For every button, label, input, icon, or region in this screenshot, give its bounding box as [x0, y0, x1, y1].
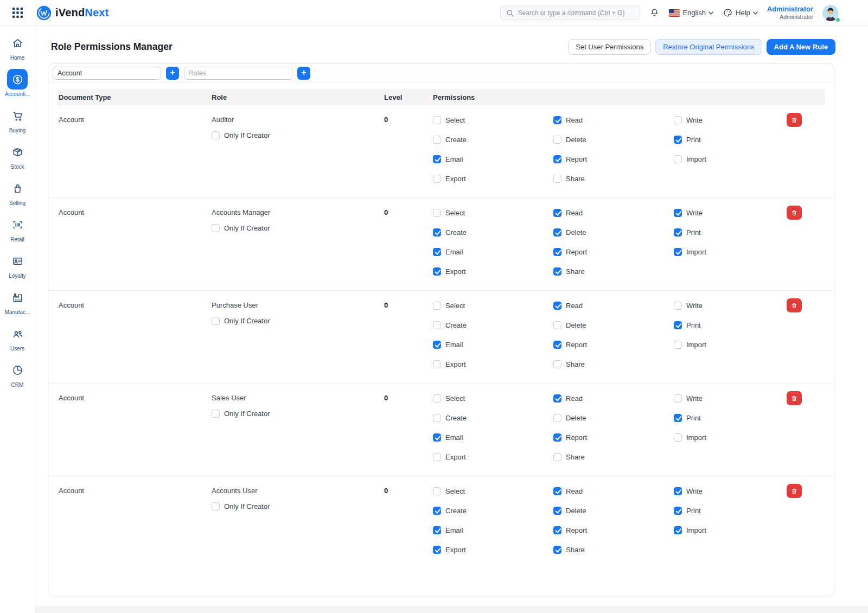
checkbox-unchecked[interactable] [433, 394, 441, 403]
sidebar-item-buying[interactable]: Buying [1, 105, 34, 133]
checkbox-checked[interactable] [553, 546, 561, 554]
checkbox-unchecked[interactable] [553, 136, 561, 144]
permission-read-checkbox[interactable]: Read [553, 208, 674, 218]
restore-original-permissions-button[interactable]: Restore Original Permissions [655, 39, 762, 55]
only-if-creator-checkbox[interactable]: Only If Creator [212, 131, 382, 140]
help-menu[interactable]: Help [723, 8, 758, 18]
delete-rule-button[interactable] [787, 391, 802, 405]
checkbox-checked[interactable] [674, 507, 682, 515]
permission-email-checkbox[interactable]: Email [433, 340, 553, 349]
checkbox-checked[interactable] [553, 526, 561, 534]
permission-email-checkbox[interactable]: Email [433, 247, 553, 257]
only-if-creator-checkbox[interactable]: Only If Creator [212, 316, 382, 325]
checkbox-checked[interactable] [674, 487, 682, 495]
delete-rule-button[interactable] [787, 484, 802, 498]
checkbox-checked[interactable] [433, 526, 441, 534]
checkbox-unchecked[interactable] [212, 131, 220, 139]
only-if-creator-checkbox[interactable]: Only If Creator [212, 224, 382, 233]
sidebar-item-stock[interactable]: Stock [1, 142, 34, 170]
checkbox-unchecked[interactable] [433, 487, 441, 495]
permission-create-checkbox[interactable]: Create [433, 135, 553, 144]
checkbox-unchecked[interactable] [433, 360, 441, 368]
permission-import-checkbox[interactable]: Import [674, 433, 794, 442]
checkbox-unchecked[interactable] [553, 321, 561, 329]
language-selector[interactable]: English [669, 9, 713, 17]
permission-create-checkbox[interactable]: Create [433, 413, 553, 423]
document-type-filter-input[interactable] [53, 67, 161, 80]
sidebar-item-users[interactable]: Users [1, 323, 34, 352]
checkbox-checked[interactable] [553, 116, 561, 124]
checkbox-checked[interactable] [553, 433, 561, 442]
checkbox-unchecked[interactable] [433, 321, 441, 329]
checkbox-unchecked[interactable] [433, 302, 441, 310]
checkbox-unchecked[interactable] [433, 453, 441, 461]
only-if-creator-checkbox[interactable]: Only If Creator [212, 409, 382, 418]
permission-write-checkbox[interactable]: Write [674, 116, 794, 125]
permission-create-checkbox[interactable]: Create [433, 506, 553, 515]
checkbox-checked[interactable] [674, 248, 682, 256]
checkbox-unchecked[interactable] [212, 317, 220, 325]
permission-write-checkbox[interactable]: Write [674, 208, 794, 218]
permission-read-checkbox[interactable]: Read [553, 487, 674, 496]
checkbox-checked[interactable] [433, 546, 441, 554]
permission-export-checkbox[interactable]: Export [433, 267, 553, 276]
permission-share-checkbox[interactable]: Share [553, 545, 674, 554]
permission-share-checkbox[interactable]: Share [553, 267, 674, 276]
permission-email-checkbox[interactable]: Email [433, 433, 553, 442]
set-user-permissions-button[interactable]: Set User Permissions [568, 39, 651, 55]
permission-create-checkbox[interactable]: Create [433, 321, 553, 330]
permission-report-checkbox[interactable]: Report [553, 433, 674, 442]
checkbox-checked[interactable] [553, 487, 561, 495]
permission-import-checkbox[interactable]: Import [674, 155, 794, 164]
checkbox-unchecked[interactable] [212, 410, 220, 418]
checkbox-checked[interactable] [553, 209, 561, 217]
checkbox-checked[interactable] [553, 248, 561, 256]
checkbox-checked[interactable] [433, 248, 441, 256]
checkbox-checked[interactable] [433, 228, 441, 237]
apps-grid-icon[interactable] [12, 7, 23, 18]
checkbox-unchecked[interactable] [674, 341, 682, 349]
checkbox-unchecked[interactable] [674, 155, 682, 163]
permission-report-checkbox[interactable]: Report [553, 247, 674, 257]
sidebar-item-selling[interactable]: Selling [1, 178, 34, 206]
sidebar-item-home[interactable]: Home [1, 33, 34, 61]
checkbox-checked[interactable] [553, 302, 561, 310]
delete-rule-button[interactable] [787, 298, 802, 312]
app-logo[interactable]: iVendNext [36, 5, 109, 21]
checkbox-unchecked[interactable] [433, 116, 441, 124]
checkbox-checked[interactable] [674, 228, 682, 237]
checkbox-checked[interactable] [553, 228, 561, 237]
checkbox-checked[interactable] [433, 507, 441, 515]
permission-delete-checkbox[interactable]: Delete [553, 413, 674, 423]
checkbox-unchecked[interactable] [553, 360, 561, 368]
permission-select-checkbox[interactable]: Select [433, 301, 553, 310]
permission-delete-checkbox[interactable]: Delete [553, 228, 674, 237]
avatar[interactable] [822, 5, 839, 21]
permission-select-checkbox[interactable]: Select [433, 487, 553, 496]
permission-import-checkbox[interactable]: Import [674, 247, 794, 257]
checkbox-checked[interactable] [674, 136, 682, 144]
permission-select-checkbox[interactable]: Select [433, 208, 553, 218]
roles-filter-input[interactable] [184, 67, 292, 80]
notifications-bell-icon[interactable] [649, 8, 660, 18]
checkbox-checked[interactable] [674, 321, 682, 329]
checkbox-unchecked[interactable] [674, 302, 682, 310]
sidebar-item-manufacturing[interactable]: Manufac... [1, 287, 34, 315]
permission-delete-checkbox[interactable]: Delete [553, 506, 674, 515]
permission-export-checkbox[interactable]: Export [433, 360, 553, 369]
sidebar-item-accounting[interactable]: Accounti... [1, 69, 34, 97]
checkbox-unchecked[interactable] [674, 394, 682, 403]
checkbox-checked[interactable] [553, 155, 561, 163]
checkbox-unchecked[interactable] [433, 175, 441, 183]
checkbox-checked[interactable] [674, 526, 682, 534]
permission-write-checkbox[interactable]: Write [674, 487, 794, 496]
checkbox-unchecked[interactable] [433, 136, 441, 144]
permission-delete-checkbox[interactable]: Delete [553, 135, 674, 144]
add-role-button[interactable]: + [297, 67, 310, 80]
checkbox-checked[interactable] [433, 433, 441, 442]
permission-report-checkbox[interactable]: Report [553, 155, 674, 164]
only-if-creator-checkbox[interactable]: Only If Creator [212, 502, 382, 511]
permission-print-checkbox[interactable]: Print [674, 135, 794, 144]
search-input[interactable] [518, 9, 634, 17]
permission-print-checkbox[interactable]: Print [674, 506, 794, 515]
